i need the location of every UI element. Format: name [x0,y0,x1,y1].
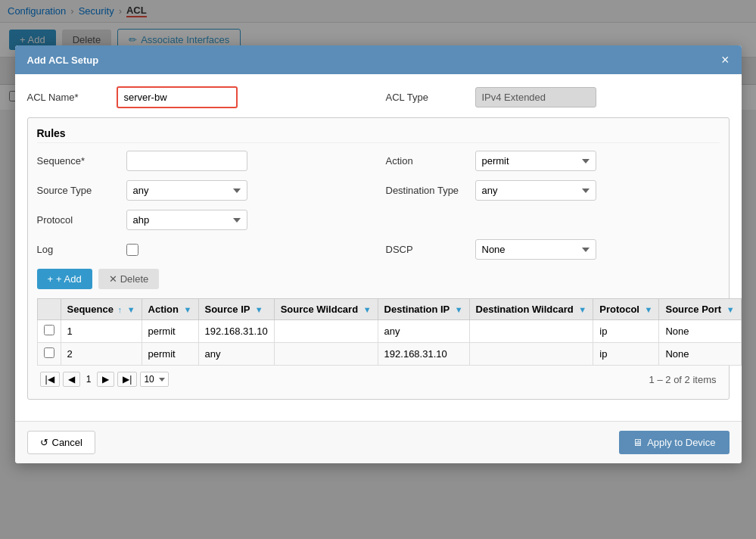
log-dscp-row: Log DSCP None AF11 AF12 CS1 EF [37,239,720,260]
row1-src-ip: 192.168.31.10 [198,320,274,343]
row2-checkbox-cell[interactable] [37,343,61,366]
pagination: |◀ ◀ 1 ▶ ▶| 10 25 50 1 – 2 of 2 items [37,366,720,390]
action-label: Action [386,155,469,167]
next-page-button[interactable]: ▶ [97,372,114,387]
action-group: Action permit deny [386,151,720,171]
th-sequence: Sequence ↑ ▼ [61,299,142,320]
acl-name-input[interactable] [117,86,238,108]
apply-to-device-button[interactable]: 🖥 Apply to Device [619,431,729,454]
row1-src-port: None [659,320,741,343]
row2-protocol: ip [593,343,659,366]
row2-dst-ip: 192.168.31.10 [378,343,469,366]
th-action: Action ▼ [142,299,198,320]
source-type-select[interactable]: any host network [126,180,247,201]
source-type-group: Source Type any host network [37,180,371,201]
modal-header: Add ACL Setup × [15,45,742,74]
log-group: Log [37,244,371,256]
acl-type-group: ACL Type IPv4 Extended [386,87,730,107]
dscp-group: DSCP None AF11 AF12 CS1 EF [386,239,720,260]
sequence-group: Sequence* [37,151,371,171]
acl-name-label: ACL Name* [27,92,110,103]
protocol-select[interactable]: ahp ip tcp udp icmp [126,210,247,230]
seq-sort-icon[interactable]: ↑ [118,305,123,314]
th-source-wildcard: Source Wildcard ▼ [274,299,378,320]
seq-filter-icon[interactable]: ▼ [127,305,135,314]
source-dest-type-row: Source Type any host network Destination… [37,180,720,201]
log-checkbox[interactable] [126,244,138,256]
row2-src-wild [274,343,378,366]
th-destination-wildcard: Destination Wildcard ▼ [469,299,593,320]
row1-checkbox[interactable] [44,325,54,335]
srcport-filter-icon[interactable]: ▼ [726,305,735,314]
row1-protocol: ip [593,320,659,343]
dstwild-filter-icon[interactable]: ▼ [578,305,586,314]
last-page-button[interactable]: ▶| [117,372,137,387]
cancel-button[interactable]: ↺ Cancel [27,431,95,454]
current-page: 1 [83,372,95,386]
inner-toolbar: + + Add ✕ Delete [37,269,720,289]
action-filter-icon[interactable]: ▼ [184,305,192,314]
row1-dst-wild [469,320,593,343]
sequence-input[interactable] [126,151,247,171]
page-info: 1 – 2 of 2 items [649,374,717,385]
row1-dst-ip: any [378,320,469,343]
row1-action: permit [142,320,198,343]
dscp-label: DSCP [386,244,469,255]
protocol-label: Protocol [37,214,120,226]
page-size-select[interactable]: 10 25 50 [140,372,169,387]
device-icon: 🖥 [633,437,642,448]
acl-name-type-row: ACL Name* ACL Type IPv4 Extended [27,86,730,108]
table-row: 1 permit 192.168.31.10 any ip None None … [37,320,742,343]
th-destination-ip: Destination IP ▼ [378,299,469,320]
table-row: 2 permit any 192.168.31.10 ip None None … [37,343,742,366]
action-select[interactable]: permit deny [475,151,596,171]
srcip-filter-icon[interactable]: ▼ [255,305,263,314]
srcwild-filter-icon[interactable]: ▼ [363,305,372,314]
delete-rule-button[interactable]: ✕ Delete [98,269,160,289]
modal-close-button[interactable]: × [721,53,730,67]
rules-table: Sequence ↑ ▼ Action ▼ Source IP ▼ Source… [37,298,742,366]
prev-page-button[interactable]: ◀ [63,372,80,387]
rules-title: Rules [37,127,720,143]
protocol-row: Protocol ahp ip tcp udp icmp [37,210,720,230]
dscp-select[interactable]: None AF11 AF12 CS1 EF [475,239,596,260]
row2-seq: 2 [61,343,142,366]
sequence-action-row: Sequence* Action permit deny [37,151,720,171]
rules-table-header-row: Sequence ↑ ▼ Action ▼ Source IP ▼ Source… [37,299,742,320]
modal-footer: ↺ Cancel 🖥 Apply to Device [15,421,742,463]
modal-body: ACL Name* ACL Type IPv4 Extended Rules S… [15,74,742,421]
row1-seq: 1 [61,320,142,343]
log-label: Log [37,244,120,255]
page-controls: |◀ ◀ 1 ▶ ▶| 10 25 50 [40,372,170,387]
row2-dst-wild [469,343,593,366]
row2-checkbox[interactable] [44,347,54,358]
row2-src-ip: any [198,343,274,366]
th-protocol: Protocol ▼ [593,299,659,320]
destination-type-label: Destination Type [386,185,469,196]
modal-overlay: Add ACL Setup × ACL Name* ACL Type IPv4 … [0,0,756,539]
row2-src-port: None [659,343,741,366]
plus-icon: + [48,273,54,285]
x-icon: ✕ [109,273,117,285]
first-page-button[interactable]: |◀ [40,372,60,387]
row1-checkbox-cell[interactable] [37,320,61,343]
row1-src-wild [274,320,378,343]
destination-type-select[interactable]: any host network [475,180,596,201]
add-rule-button[interactable]: + + Add [37,269,92,289]
rules-box: Rules Sequence* Action permit deny [27,117,730,400]
modal-title: Add ACL Setup [27,55,99,66]
undo-icon: ↺ [40,437,48,448]
source-type-label: Source Type [37,185,120,196]
acl-type-label: ACL Type [386,92,469,103]
row2-action: permit [142,343,198,366]
destination-type-group: Destination Type any host network [386,180,720,201]
dstip-filter-icon[interactable]: ▼ [455,305,463,314]
protocol-group: Protocol ahp ip tcp udp icmp [37,210,371,230]
proto-filter-icon[interactable]: ▼ [645,305,653,314]
sequence-label: Sequence* [37,155,120,167]
th-checkbox [37,299,61,320]
th-source-ip: Source IP ▼ [198,299,274,320]
add-acl-modal: Add ACL Setup × ACL Name* ACL Type IPv4 … [15,45,742,463]
acl-type-value: IPv4 Extended [475,87,596,107]
th-source-port: Source Port ▼ [659,299,741,320]
